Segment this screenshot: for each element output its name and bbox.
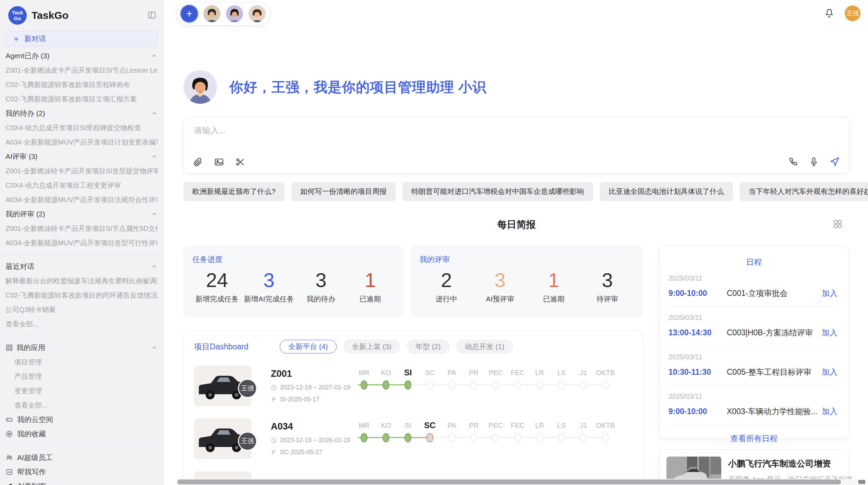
quill-pen-icon [5,483,13,485]
sidebar-item-cloud-space[interactable]: 我的云空间 [5,412,158,427]
sidebar-item-change-mgmt[interactable]: 变更管理 [5,384,158,398]
conversation-item[interactable]: 公司Q3轻卡销量 [5,302,158,317]
section-title: 我的待办 (2) [5,109,45,118]
section-header-my-review[interactable]: 我的评审 (2) [5,207,158,221]
section-title: 我的应用 [16,343,45,352]
schedule-event-title: C005-整车工程目标评审 [727,367,820,377]
section-header-ai-review[interactable]: AI评审 (3) [5,149,158,164]
conversation-item[interactable]: C02-飞腾新能源轻客改款项目的闭环通告反馈情况 [5,288,158,302]
stats-row: 任务进度 24 新增完成任务 3 新增AI完成任务 [183,246,643,318]
divider [0,336,163,336]
suggestion-chip[interactable]: 比亚迪全固态电池计划具体说了什么 [600,182,733,201]
view-all-schedule-link[interactable]: 查看所有日程 [668,425,840,452]
milestone-node-todo [492,433,499,443]
user-avatar[interactable]: 王强 [845,5,860,21]
join-button[interactable]: 加入 [820,327,840,338]
suggestion-chip[interactable]: 特朗普可能对进口汽车增税会对中国车企造成哪些影响 [402,182,593,201]
milestone-node-todo [536,381,543,390]
flag-icon [271,449,277,456]
microphone-icon[interactable] [809,157,819,167]
milestone-node-overdue [426,433,433,443]
send-icon[interactable] [829,156,840,167]
conversation-item[interactable]: C0X4-动力总成开发项目SI里程碑提交物检查 [5,121,158,135]
milestone-node-done [405,433,411,443]
project-name: Z001 [271,369,353,379]
logo-line1: Task [12,10,23,15]
conversation-item[interactable]: 解释最新出台的欧盟报废车法规再生塑料比例被调至15%... [5,274,158,288]
conversation-item[interactable]: A034-全新新能源MUV产品开发项目法规符合性评审 [5,192,158,207]
conversation-item[interactable]: A034-全新新能源MUV产品开发项目造型可行性评审 [5,236,158,250]
new-chat-button[interactable]: ＋ 新对话 [5,31,158,47]
flag-icon [271,397,277,403]
suggestion-chip[interactable]: 当下年轻人对汽车外观有怎样的喜好趋势 [740,182,868,201]
chat-input[interactable] [193,125,646,136]
section-header-my-apps[interactable]: 我的应用 [5,340,158,355]
milestone-node-todo [492,381,499,390]
stat-review-overdue: 1 已逾期 [531,268,576,304]
conversation-item[interactable]: C0X4-动力总成开发项目工程变更评审 [5,178,158,192]
tab-new-body[interactable]: 全新上装 (3) [343,340,400,353]
new-chat-label: 新对话 [24,34,46,43]
stat-my-todo: 3 我的待办 [299,268,343,304]
milestone-label: PEC [485,366,507,379]
sidebar-item-project-mgmt[interactable]: 项目管理 [5,355,158,369]
sidebar-item-label: 帮我写作 [17,467,46,477]
notification-bell-icon[interactable] [824,8,834,19]
conversation-item[interactable]: A034-全新新能源MUV产品开发项目计划变更表编写 [5,135,158,149]
apps-grid-icon [5,344,13,351]
milestone-label: LS [551,419,572,432]
conversation-item[interactable]: Z001-全新燃油皮卡产品开发项目SI节点Lesson Learn报告 [5,63,158,77]
sidebar-item-creative-draw[interactable]: 创意制图 [5,479,158,485]
project-name: A034 [271,421,353,432]
phone-call-icon[interactable] [788,157,798,167]
tab-powertrain[interactable]: 动总开发 (1) [456,340,513,353]
view-all-apps[interactable]: 查看全部... [5,398,158,412]
image-icon[interactable] [214,157,224,167]
section-header-recent[interactable]: 最近对话 [5,259,158,274]
stat-new-ai-done: 3 新增AI完成任务 [244,268,294,304]
milestone-node-todo [580,381,587,390]
join-button[interactable]: 加入 [820,288,840,299]
milestone-node-todo [514,433,521,443]
assistant-avatar-2[interactable] [226,5,243,22]
sidebar-item-label: 我的收藏 [17,429,46,439]
schedule-item: 2025/03/11 9:00-10:00 C001-立项审批会 加入 [668,268,840,307]
milestone-node-todo [536,433,543,443]
sidebar-item-ai-employee[interactable]: AI超级员工 [5,450,158,465]
milestone-node-todo [602,433,609,443]
sidebar-item-product-mgmt[interactable]: 产品管理 [5,369,158,384]
chevron-up-icon [151,263,158,270]
attachment-icon[interactable] [193,157,203,167]
sidebar-item-help-write[interactable]: 帮我写作 [5,465,158,479]
divider [0,446,163,446]
add-assistant-button[interactable]: + [181,5,198,22]
view-all-conversations[interactable]: 查看全部... [5,317,158,331]
assistant-avatar-3[interactable] [249,5,266,22]
scissors-icon[interactable] [235,157,245,167]
conversation-item[interactable]: Z001-全新燃油轻卡产品开发项目SI造型提交物评审 [5,164,158,178]
assistant-avatar-1[interactable] [203,5,220,22]
conversation-item[interactable]: C02-飞腾新能源轻客改款项目立项汇报方案 [5,92,158,106]
project-row-a034[interactable]: 王强 A034 2023-12-19 ~ 2026-01-19 [194,419,632,459]
topbar-right: 王强 [824,5,860,21]
section-header-my-todo[interactable]: 我的待办 (2) [5,106,158,121]
sidebar-collapse-icon[interactable] [146,9,158,22]
horizontal-scrollbar-thumb[interactable] [177,480,841,484]
suggestion-chip[interactable]: 如何写一份清晰的项目周报 [291,182,396,201]
tab-new-platform[interactable]: 全新平台 (4) [280,340,337,353]
join-button[interactable]: 加入 [820,366,840,378]
layout-grid-icon[interactable] [831,219,845,229]
suggestion-chip[interactable]: 欧洲新规最近颁布了什么? [183,182,285,201]
sidebar-item-favorites[interactable]: 我的收藏 [5,427,158,441]
conversation-item[interactable]: C02-飞腾新能源轻客改款项目里程碑画布 [5,77,158,92]
join-button[interactable]: 加入 [820,406,840,417]
milestone-label: OKTB [594,419,616,432]
writing-icon [5,468,13,476]
section-header-agent-done[interactable]: Agent已办 (3) [5,49,158,63]
conversation-item[interactable]: Z001-全新燃油轻卡产品开发项目SI节点属性5D文件评审 [5,221,158,236]
tab-model-year[interactable]: 年型 (2) [407,340,449,353]
milestone-label: FEC [507,366,529,379]
project-row-z001[interactable]: 王强 Z001 2023-12-19 ~ 2027-01-19 [194,366,632,406]
divider [0,254,163,255]
milestone-label: PR [463,366,485,379]
